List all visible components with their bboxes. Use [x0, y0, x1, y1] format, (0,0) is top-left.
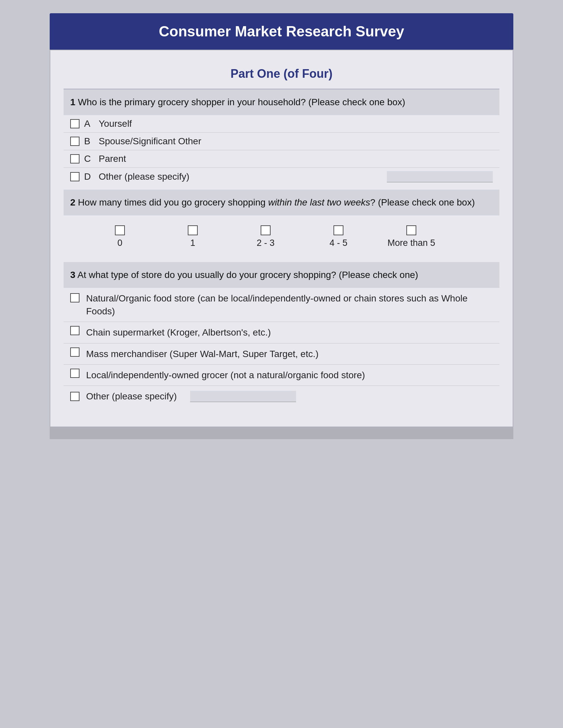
- option-label-1d: Other (please specify): [99, 171, 382, 182]
- q2-label-3: 4 - 5: [330, 238, 348, 248]
- option-letter-1a: A: [84, 118, 94, 129]
- option-label-1a: Yourself: [99, 118, 493, 129]
- q3-label-3: Local/independently-owned grocer (not a …: [86, 369, 493, 382]
- checkbox-2-0[interactable]: [115, 225, 125, 235]
- q2-label-2: 2 - 3: [257, 238, 274, 248]
- list-item: 1: [156, 225, 229, 248]
- list-item: Other (please specify): [64, 386, 499, 407]
- q2-label-1: 1: [190, 238, 195, 248]
- option-label-1b: Spouse/Significant Other: [99, 136, 493, 147]
- checkbox-3-4[interactable]: [70, 392, 79, 401]
- option-3-other-input[interactable]: [190, 391, 296, 402]
- list-item: Local/independently-owned grocer (not a …: [64, 365, 499, 386]
- question-3-options: Natural/Organic food store (can be local…: [64, 288, 499, 407]
- question-2-block: 2 How many times did you go grocery shop…: [64, 190, 499, 258]
- question-2-end: ? (Please check one box): [370, 197, 475, 207]
- list-item: C Parent: [64, 150, 499, 168]
- question-3-block: 3 At what type of store do you usually d…: [64, 262, 499, 407]
- checkbox-2-3[interactable]: [334, 225, 344, 235]
- list-item: 0: [83, 225, 156, 248]
- list-item: D Other (please specify): [64, 168, 499, 186]
- checkbox-1b[interactable]: [70, 137, 79, 146]
- checkbox-1a[interactable]: [70, 119, 79, 128]
- option-letter-1d: D: [84, 171, 94, 182]
- checkbox-3-3[interactable]: [70, 369, 79, 378]
- section-divider-1: [64, 186, 499, 190]
- q3-label-0: Natural/Organic food store (can be local…: [86, 292, 493, 318]
- list-item: Mass merchandiser (Super Wal-Mart, Super…: [64, 343, 499, 365]
- checkbox-3-1[interactable]: [70, 326, 79, 335]
- q3-label-4: Other (please specify): [86, 390, 177, 403]
- question-3-number: 3: [70, 270, 75, 280]
- option-letter-1c: C: [84, 154, 94, 164]
- option-letter-1b: B: [84, 136, 94, 147]
- survey-header: Consumer Market Research Survey: [50, 13, 513, 50]
- checkbox-2-2[interactable]: [260, 225, 270, 235]
- list-item: Natural/Organic food store (can be local…: [64, 288, 499, 322]
- q2-label-0: 0: [117, 238, 122, 248]
- list-item: Chain supermarket (Kroger, Albertson's, …: [64, 322, 499, 343]
- q3-label-1: Chain supermarket (Kroger, Albertson's, …: [86, 326, 493, 339]
- checkbox-1c[interactable]: [70, 154, 79, 163]
- list-item: 4 - 5: [302, 225, 375, 248]
- footer-bar: [50, 427, 513, 439]
- question-1-text: 1 Who is the primary grocery shopper in …: [64, 89, 499, 115]
- question-1-options: A Yourself B Spouse/Significant Other C …: [64, 115, 499, 186]
- question-3-body: At what type of store do you usually do …: [77, 270, 418, 280]
- list-item: More than 5: [375, 225, 448, 248]
- survey-container: Consumer Market Research Survey Part One…: [50, 13, 513, 439]
- question-1-body: Who is the primary grocery shopper in yo…: [78, 97, 405, 107]
- question-3-text: 3 At what type of store do you usually d…: [64, 262, 499, 288]
- checkbox-2-1[interactable]: [188, 225, 198, 235]
- question-2-start: How many times did you go grocery shoppi…: [78, 197, 268, 207]
- question-1-block: 1 Who is the primary grocery shopper in …: [64, 89, 499, 186]
- question-2-options: 0 1 2 - 3 4 - 5 More than 5: [64, 215, 499, 258]
- q2-label-4: More than 5: [388, 238, 435, 248]
- part-title: Part One (of Four): [64, 60, 499, 89]
- checkbox-3-0[interactable]: [70, 293, 79, 302]
- list-item: 2 - 3: [229, 225, 302, 248]
- section-divider-2: [64, 258, 499, 262]
- survey-title: Consumer Market Research Survey: [159, 23, 404, 39]
- checkbox-1d[interactable]: [70, 172, 79, 181]
- q3-label-2: Mass merchandiser (Super Wal-Mart, Super…: [86, 347, 493, 360]
- bottom-spacer: [64, 407, 499, 413]
- option-1d-input[interactable]: [387, 171, 493, 182]
- survey-body: Part One (of Four) 1 Who is the primary …: [50, 50, 513, 427]
- list-item: A Yourself: [64, 115, 499, 133]
- checkbox-2-4[interactable]: [406, 225, 416, 235]
- question-2-italic: within the last two weeks: [268, 197, 370, 207]
- list-item: B Spouse/Significant Other: [64, 133, 499, 150]
- question-2-text: 2 How many times did you go grocery shop…: [64, 190, 499, 215]
- question-1-number: 1: [70, 97, 75, 107]
- checkbox-3-2[interactable]: [70, 347, 79, 357]
- question-2-number: 2: [70, 197, 75, 207]
- option-label-1c: Parent: [99, 154, 493, 164]
